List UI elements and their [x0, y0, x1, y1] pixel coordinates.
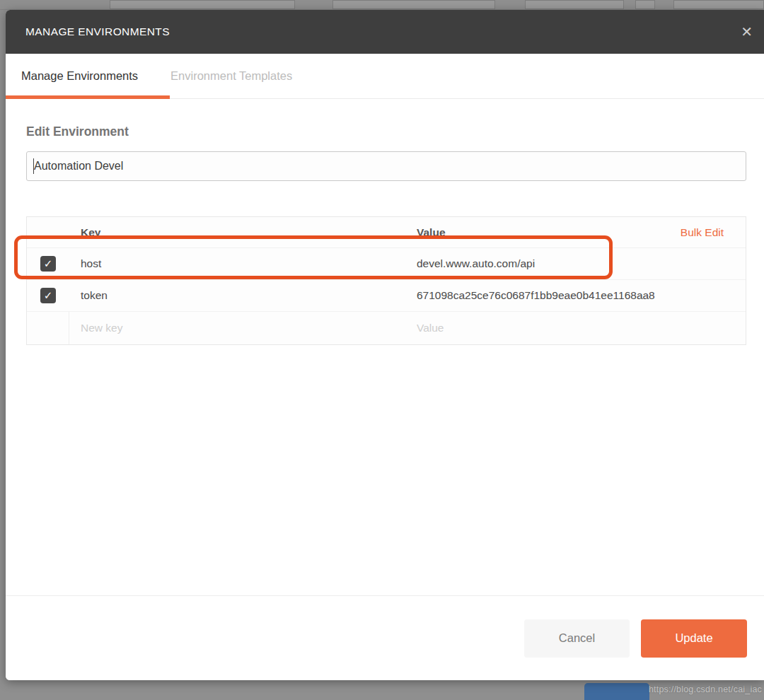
- dialog-tabbar: Manage Environments Environment Template…: [6, 54, 764, 99]
- watermark-text: https://blog.csdn.net/cai_iac: [649, 684, 762, 694]
- table-row-token[interactable]: ✓ token 671098ca25ce76c0687f1bb9eae0b41e…: [27, 279, 746, 311]
- background-field: [525, 0, 624, 9]
- dialog-header: MANAGE ENVIRONMENTS ✕: [6, 10, 764, 54]
- table-row-new[interactable]: [27, 311, 746, 344]
- text-caret: [33, 158, 34, 174]
- dialog-title: MANAGE ENVIRONMENTS: [25, 25, 170, 38]
- table-header-row: Key Value Bulk Edit: [27, 217, 746, 247]
- key-cell[interactable]: token: [69, 289, 417, 302]
- background-blue-button: [584, 683, 649, 700]
- new-value-input[interactable]: [417, 322, 729, 334]
- key-cell[interactable]: host: [69, 257, 417, 270]
- new-key-input[interactable]: [81, 322, 400, 334]
- bulk-edit-link[interactable]: Bulk Edit: [681, 226, 724, 239]
- background-field: [673, 0, 764, 9]
- active-tab-underline: [6, 95, 170, 99]
- variables-table: Key Value Bulk Edit ✓ host devel.www.aut…: [26, 216, 746, 345]
- background-field: [110, 0, 295, 9]
- environment-name-field-wrap: [26, 151, 746, 181]
- new-row-checkbox-spacer: [27, 312, 69, 344]
- manage-environments-dialog: MANAGE ENVIRONMENTS ✕ Manage Environment…: [6, 10, 764, 680]
- background-field: [332, 0, 495, 9]
- column-header-value: Value: [417, 226, 446, 239]
- update-button[interactable]: Update: [641, 619, 747, 658]
- value-cell[interactable]: devel.www.auto.com/api: [417, 257, 746, 270]
- value-cell[interactable]: 671098ca25ce76c0687f1bb9eae0b41ee1168aa8: [417, 289, 746, 302]
- dialog-footer: Cancel Update: [6, 595, 764, 680]
- environment-name-input[interactable]: [26, 151, 746, 181]
- section-heading: Edit Environment: [26, 124, 764, 139]
- close-icon[interactable]: ✕: [741, 25, 753, 39]
- background-page-top: [0, 0, 764, 10]
- tab-manage-environments[interactable]: Manage Environments: [21, 69, 138, 83]
- checkbox-checked-icon[interactable]: ✓: [40, 256, 56, 272]
- cancel-button[interactable]: Cancel: [524, 619, 630, 658]
- tab-environment-templates[interactable]: Environment Templates: [170, 69, 292, 83]
- checkbox-checked-icon[interactable]: ✓: [40, 288, 56, 303]
- table-row-host[interactable]: ✓ host devel.www.auto.com/api: [27, 247, 746, 279]
- column-header-key: Key: [69, 226, 417, 239]
- background-field: [635, 0, 655, 9]
